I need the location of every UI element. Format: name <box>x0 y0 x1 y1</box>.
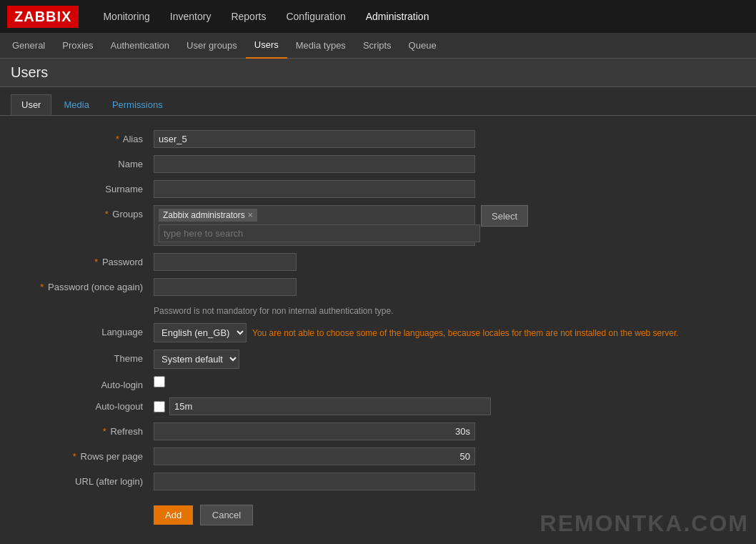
group-tag-label: Zabbix administrators <box>163 210 245 220</box>
groups-select-button[interactable]: Select <box>481 205 528 227</box>
surname-input[interactable] <box>154 180 475 198</box>
password-input[interactable] <box>154 253 297 271</box>
groups-label: * Groups <box>11 205 154 219</box>
group-tag-zabbix-admin: Zabbix administrators × <box>159 209 257 222</box>
subnav-media-types[interactable]: Media types <box>287 33 354 59</box>
group-tag-remove[interactable]: × <box>248 210 253 220</box>
groups-required: * <box>105 209 109 219</box>
autologout-row: Auto-logout <box>11 397 745 415</box>
groups-field: Zabbix administrators × <box>154 205 475 246</box>
cancel-button[interactable]: Cancel <box>200 505 253 525</box>
subnav-general[interactable]: General <box>4 33 54 59</box>
groups-tags: Zabbix administrators × <box>159 209 470 222</box>
language-label: Language <box>11 323 154 337</box>
subnav-users[interactable]: Users <box>246 33 287 59</box>
name-input[interactable] <box>154 155 475 173</box>
theme-row: Theme System default Blue Dark <box>11 350 745 369</box>
alias-required: * <box>116 134 119 144</box>
theme-control: System default Blue Dark <box>154 350 745 369</box>
top-navigation: ZABBIX Monitoring Inventory Reports Conf… <box>0 0 756 33</box>
nav-monitoring[interactable]: Monitoring <box>93 0 159 33</box>
url-control <box>154 473 745 490</box>
theme-select[interactable]: System default Blue Dark <box>154 350 239 369</box>
theme-label: Theme <box>11 350 154 364</box>
nav-configuration[interactable]: Configuration <box>276 0 355 33</box>
groups-search-input[interactable] <box>159 224 480 242</box>
url-input[interactable] <box>154 473 475 490</box>
language-control: English (en_GB) You are not able to choo… <box>154 323 745 342</box>
name-label: Name <box>11 155 154 169</box>
groups-control: Zabbix administrators × Select <box>154 205 745 246</box>
url-label: URL (after login) <box>11 473 154 487</box>
autologin-checkbox[interactable] <box>154 376 165 387</box>
pwd-info-text: Password is not mandatory for non intern… <box>154 306 394 316</box>
autologin-row: Auto-login <box>11 376 745 390</box>
tab-user[interactable]: User <box>11 94 51 115</box>
form-actions: Add Cancel <box>11 505 745 525</box>
language-warning: You are not able to choose some of the l… <box>252 328 679 338</box>
password-row: * Password <box>11 253 745 271</box>
tab-media[interactable]: Media <box>53 94 99 115</box>
subnav-scripts[interactable]: Scripts <box>354 33 400 59</box>
alias-input[interactable] <box>154 130 475 148</box>
password-again-label: * Password (once again) <box>11 278 154 292</box>
name-row: Name <box>11 155 745 173</box>
password-again-input[interactable] <box>154 278 297 296</box>
page-title: Users <box>11 64 745 81</box>
nav-inventory[interactable]: Inventory <box>160 0 222 33</box>
rows-per-page-required: * <box>73 451 76 462</box>
refresh-input[interactable] <box>154 422 475 440</box>
rows-per-page-label: * Rows per page <box>11 447 154 462</box>
autologin-label: Auto-login <box>11 376 154 390</box>
nav-administration[interactable]: Administration <box>356 0 439 33</box>
password-label: * Password <box>11 253 154 267</box>
autologin-control <box>154 376 745 390</box>
password-control <box>154 253 745 271</box>
autologout-label: Auto-logout <box>11 397 154 412</box>
password-again-control <box>154 278 745 296</box>
surname-label: Surname <box>11 180 154 194</box>
subnav-proxies[interactable]: Proxies <box>54 33 101 59</box>
url-row: URL (after login) <box>11 473 745 490</box>
surname-control <box>154 180 745 198</box>
name-control <box>154 155 745 173</box>
add-button[interactable]: Add <box>154 505 193 525</box>
alias-row: * Alias <box>11 130 745 148</box>
subnav-user-groups[interactable]: User groups <box>178 33 246 59</box>
subnav-queue[interactable]: Queue <box>400 33 445 59</box>
nav-reports[interactable]: Reports <box>221 0 276 33</box>
subnav-authentication[interactable]: Authentication <box>102 33 178 59</box>
alias-label: * Alias <box>11 130 154 144</box>
rows-per-page-row: * Rows per page <box>11 447 745 465</box>
refresh-required: * <box>103 426 106 437</box>
autologout-control <box>154 397 745 415</box>
refresh-control <box>154 422 745 440</box>
language-select[interactable]: English (en_GB) <box>154 323 247 342</box>
password-required: * <box>94 257 98 267</box>
page-title-bar: Users <box>0 59 756 87</box>
rows-per-page-input[interactable] <box>154 447 475 465</box>
tabs-container: User Media Permissions <box>0 87 756 116</box>
refresh-label: * Refresh <box>11 422 154 437</box>
refresh-row: * Refresh <box>11 422 745 440</box>
tab-permissions[interactable]: Permissions <box>101 94 174 115</box>
surname-row: Surname <box>11 180 745 198</box>
groups-row: * Groups Zabbix administrators × Select <box>11 205 745 246</box>
autologout-input[interactable] <box>169 397 491 415</box>
user-form: * Alias Name Surname * Groups Zabb <box>0 116 756 540</box>
password-again-row: * Password (once again) <box>11 278 745 296</box>
language-row: Language English (en_GB) You are not abl… <box>11 323 745 342</box>
autologout-checkbox[interactable] <box>154 401 165 412</box>
sub-navigation: General Proxies Authentication User grou… <box>0 33 756 59</box>
pwd-info-row: Password is not mandatory for non intern… <box>11 303 745 316</box>
alias-control <box>154 130 745 148</box>
logo: ZABBIX <box>7 6 79 28</box>
password-again-required: * <box>40 282 44 292</box>
rows-per-page-control <box>154 447 745 465</box>
